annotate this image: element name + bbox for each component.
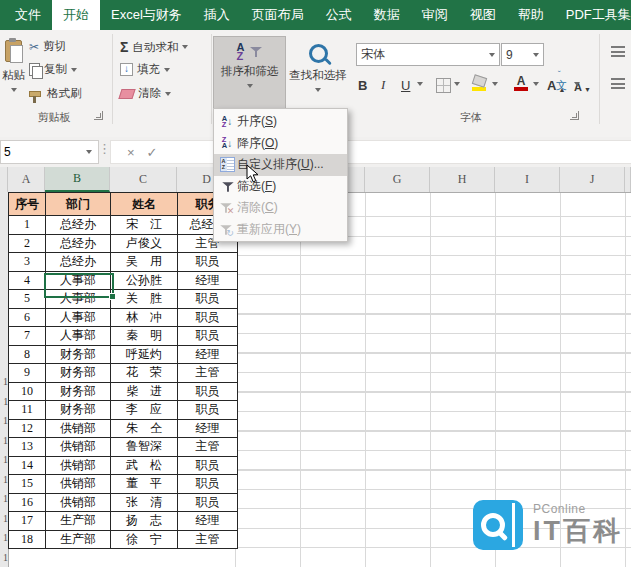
menubar-tab[interactable]: 帮助: [507, 0, 555, 30]
underline-button[interactable]: U: [401, 73, 410, 93]
column-header[interactable]: J: [560, 167, 625, 192]
fill-color-caret-icon[interactable]: [492, 82, 498, 86]
table-cell[interactable]: 18: [9, 531, 46, 550]
table-cell[interactable]: 主管: [178, 438, 238, 457]
format-painter-button[interactable]: 格式刷: [29, 86, 82, 101]
table-cell[interactable]: 董 平: [111, 475, 178, 494]
menu-item-sort-asc[interactable]: AZ↓升序(S): [214, 111, 347, 133]
table-cell[interactable]: 经理: [178, 346, 238, 365]
table-cell[interactable]: 生产部: [46, 531, 111, 550]
table-cell[interactable]: 7: [9, 327, 46, 346]
autosum-button[interactable]: Σ 自动求和: [120, 39, 188, 55]
table-cell[interactable]: 12: [9, 420, 46, 439]
table-cell[interactable]: 职员: [178, 309, 238, 328]
table-cell[interactable]: 花 荣: [111, 364, 178, 383]
table-cell[interactable]: 职员: [178, 327, 238, 346]
table-cell[interactable]: 人事部: [46, 327, 111, 346]
paste-button[interactable]: 粘贴: [0, 36, 27, 108]
table-cell[interactable]: 卢俊义: [111, 235, 178, 254]
table-cell[interactable]: 经理: [178, 272, 238, 291]
menubar-tab[interactable]: PDF工具集: [555, 0, 631, 30]
column-header[interactable]: G: [365, 167, 430, 192]
cut-button[interactable]: ✂ 剪切: [29, 39, 66, 54]
menubar-tab[interactable]: 数据: [363, 0, 411, 30]
table-cell[interactable]: 财务部: [46, 364, 111, 383]
table-cell[interactable]: 财务部: [46, 346, 111, 365]
table-header-cell[interactable]: 部门: [46, 193, 111, 216]
table-cell[interactable]: 2: [9, 235, 46, 254]
menu-item-filter[interactable]: 筛选(F): [214, 176, 347, 198]
table-cell[interactable]: 职员: [178, 290, 238, 309]
font-color-caret-icon[interactable]: [533, 82, 539, 86]
select-all-corner[interactable]: [0, 167, 8, 192]
table-cell[interactable]: 16: [9, 494, 46, 513]
table-cell[interactable]: 供销部: [46, 494, 111, 513]
column-header[interactable]: A: [8, 167, 45, 192]
table-cell[interactable]: 1: [9, 216, 46, 235]
menubar-tab[interactable]: 开始: [52, 0, 100, 30]
menubar-tab[interactable]: 公式: [315, 0, 363, 30]
table-cell[interactable]: 11: [9, 401, 46, 420]
font-size-combo[interactable]: 9: [501, 43, 544, 66]
table-cell[interactable]: 8: [9, 346, 46, 365]
table-cell[interactable]: 武 松: [111, 457, 178, 476]
sort-filter-button[interactable]: AZ 排序和筛选: [213, 36, 286, 111]
table-cell[interactable]: 关 胜: [111, 290, 178, 309]
table-cell[interactable]: 主管: [178, 531, 238, 550]
table-cell[interactable]: 柴 进: [111, 383, 178, 402]
table-cell[interactable]: 李 应: [111, 401, 178, 420]
find-select-button[interactable]: 查找和选择: [285, 36, 351, 109]
table-cell[interactable]: 职员: [178, 383, 238, 402]
fill-color-button[interactable]: [472, 71, 486, 91]
table-cell[interactable]: 公孙胜: [111, 272, 178, 291]
borders-caret-icon[interactable]: [454, 82, 460, 86]
menu-item-sort-desc[interactable]: ZA↓降序(O): [214, 133, 347, 155]
table-cell[interactable]: 职员: [178, 475, 238, 494]
italic-button[interactable]: I: [381, 73, 385, 93]
table-cell[interactable]: 人事部: [46, 309, 111, 328]
table-cell[interactable]: 15: [9, 475, 46, 494]
table-cell[interactable]: 总经办: [46, 235, 111, 254]
menubar-tab[interactable]: 审阅: [411, 0, 459, 30]
table-cell[interactable]: 17: [9, 512, 46, 531]
phonetic-caret-icon[interactable]: [574, 82, 580, 86]
table-header-cell[interactable]: 序号: [9, 193, 46, 216]
font-dialog-launcher-icon[interactable]: [570, 111, 579, 120]
table-cell[interactable]: 林 冲: [111, 309, 178, 328]
table-cell[interactable]: 职员: [178, 494, 238, 513]
table-cell[interactable]: 13: [9, 438, 46, 457]
table-cell[interactable]: 5: [9, 290, 46, 309]
font-color-button[interactable]: A: [514, 71, 528, 91]
table-header-cell[interactable]: 姓名: [111, 193, 178, 216]
menu-item-custom-sort[interactable]: AZ自定义排序(U)...: [214, 154, 347, 176]
menubar-tab[interactable]: 文件: [4, 0, 52, 30]
table-cell[interactable]: 财务部: [46, 401, 111, 420]
menubar-tab[interactable]: 页面布局: [241, 0, 315, 30]
table-cell[interactable]: 财务部: [46, 383, 111, 402]
table-cell[interactable]: 职员: [178, 253, 238, 272]
name-box[interactable]: 5: [0, 140, 99, 164]
column-header[interactable]: H: [430, 167, 495, 192]
table-cell[interactable]: 经理: [178, 512, 238, 531]
copy-button[interactable]: 复制: [29, 62, 77, 77]
bold-button[interactable]: B: [358, 73, 367, 93]
menubar-tab[interactable]: 视图: [459, 0, 507, 30]
table-cell[interactable]: 4: [9, 272, 46, 291]
menubar-tab[interactable]: 插入: [193, 0, 241, 30]
table-cell[interactable]: 宋 江: [111, 216, 178, 235]
table-cell[interactable]: 秦 明: [111, 327, 178, 346]
borders-button[interactable]: [436, 73, 451, 93]
row-header[interactable]: 19: [5, 548, 9, 567]
font-name-combo[interactable]: 宋体: [356, 43, 500, 66]
table-cell[interactable]: 6: [9, 309, 46, 328]
table-cell[interactable]: 总经办: [46, 216, 111, 235]
phonetic-guide-button[interactable]: 文: [556, 73, 567, 93]
table-cell[interactable]: 扬 志: [111, 512, 178, 531]
table-cell[interactable]: 呼延灼: [111, 346, 178, 365]
clear-button[interactable]: 清除: [120, 86, 171, 101]
table-cell[interactable]: 职员: [178, 401, 238, 420]
column-header[interactable]: B: [45, 167, 110, 192]
clipboard-dialog-launcher-icon[interactable]: [94, 111, 103, 120]
fill-handle[interactable]: [109, 293, 116, 300]
align-middle-icon[interactable]: [611, 78, 625, 89]
